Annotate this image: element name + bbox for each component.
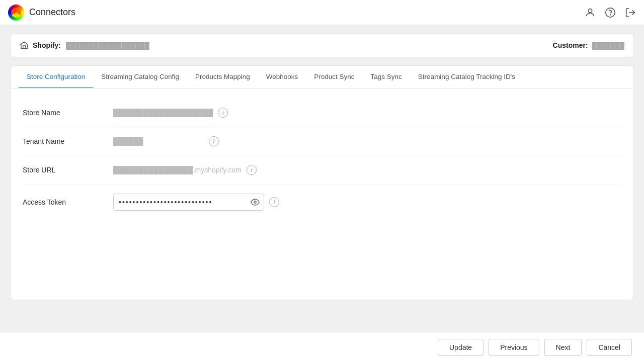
- tab-product-sync[interactable]: Product Sync: [306, 66, 362, 88]
- home-icon[interactable]: [20, 41, 29, 50]
- store-url-label: Store URL: [23, 166, 103, 174]
- previous-button[interactable]: Previous: [489, 339, 539, 356]
- breadcrumb-shopify-label: Shopify:: [33, 41, 61, 49]
- tab-webhooks[interactable]: Webhooks: [258, 66, 306, 88]
- field-row-tenant-name: Tenant Name ██████ i: [23, 127, 621, 156]
- update-button[interactable]: Update: [438, 339, 484, 356]
- panel-card: Store Configuration Streaming Catalog Co…: [10, 65, 634, 300]
- field-row-store-name: Store Name ████████████████████ i: [23, 99, 621, 127]
- app-logo: [8, 5, 24, 21]
- access-token-input[interactable]: [114, 194, 264, 210]
- tenant-name-label: Tenant Name: [23, 137, 103, 145]
- toggle-visibility-icon[interactable]: [251, 198, 260, 207]
- header-left: Connectors: [8, 5, 75, 21]
- tabs-container: Store Configuration Streaming Catalog Co…: [11, 66, 633, 88]
- breadcrumb-store-name: ██████████████████: [66, 42, 149, 49]
- field-row-access-token: Access Token i: [23, 185, 621, 220]
- svg-point-2: [610, 15, 611, 15]
- tab-store-configuration[interactable]: Store Configuration: [19, 66, 93, 88]
- svg-point-4: [254, 201, 257, 204]
- tenant-name-info-icon[interactable]: i: [209, 136, 219, 146]
- tab-products-mapping[interactable]: Products Mapping: [187, 66, 258, 88]
- footer: Update Previous Next Cancel: [0, 332, 644, 362]
- store-name-info-icon[interactable]: i: [218, 108, 228, 118]
- store-name-value-area: ████████████████████ i: [113, 108, 621, 118]
- field-row-store-url: Store URL ████████████████.myshopify.com…: [23, 156, 621, 185]
- breadcrumb-customer: Customer: ███████: [553, 41, 624, 49]
- access-token-input-wrapper: [113, 194, 264, 211]
- svg-point-0: [588, 9, 592, 12]
- store-name-label: Store Name: [23, 109, 103, 117]
- store-url-info-icon[interactable]: i: [247, 165, 257, 175]
- store-url-value: ████████████████.myshopify.com: [113, 166, 242, 174]
- svg-point-1: [606, 8, 615, 17]
- breadcrumb-left: Shopify: ██████████████████: [20, 41, 149, 50]
- user-icon[interactable]: [585, 7, 596, 18]
- tab-streaming-catalog-tracking-ids[interactable]: Streaming Catalog Tracking ID's: [410, 66, 523, 88]
- app-title: Connectors: [29, 7, 75, 18]
- cancel-button[interactable]: Cancel: [587, 339, 632, 356]
- store-name-value: ████████████████████: [113, 109, 213, 117]
- breadcrumb-card: Shopify: ██████████████████ Customer: ██…: [10, 33, 634, 57]
- header: Connectors: [0, 0, 644, 25]
- customer-label: Customer:: [553, 41, 588, 49]
- customer-value: ███████: [592, 42, 624, 49]
- access-token-label: Access Token: [23, 198, 103, 206]
- access-token-value-area: i: [113, 194, 621, 211]
- tenant-name-value-area: ██████ i: [113, 136, 621, 146]
- form-content: Store Name ████████████████████ i Tenant…: [11, 88, 633, 300]
- main-content: Shopify: ██████████████████ Customer: ██…: [0, 25, 644, 308]
- tenant-name-value: ██████: [113, 137, 204, 145]
- access-token-info-icon[interactable]: i: [269, 197, 279, 207]
- tab-streaming-catalog-config[interactable]: Streaming Catalog Config: [93, 66, 187, 88]
- logout-icon[interactable]: [625, 7, 636, 18]
- help-icon[interactable]: [605, 7, 616, 18]
- header-icons: [585, 7, 636, 18]
- next-button[interactable]: Next: [544, 339, 582, 356]
- tab-tags-sync[interactable]: Tags Sync: [363, 66, 410, 88]
- store-url-value-area: ████████████████.myshopify.com i: [113, 165, 621, 175]
